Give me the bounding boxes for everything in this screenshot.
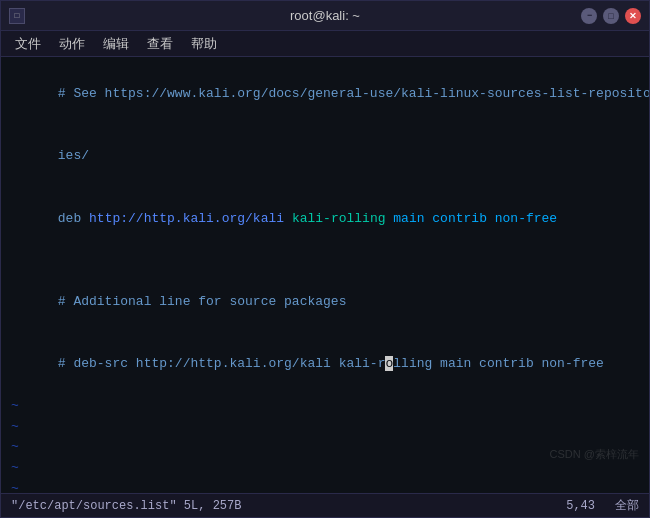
deb-contrib: main contrib non-free — [386, 211, 558, 226]
editor-area[interactable]: # See https://www.kali.org/docs/general-… — [1, 57, 649, 493]
code-line-2: ies/ — [11, 125, 639, 187]
minimize-button[interactable]: － — [581, 8, 597, 24]
tilde-4: ~ — [11, 458, 639, 479]
tilde-5: ~ — [11, 479, 639, 493]
tilde-2: ~ — [11, 417, 639, 438]
code-line-4 — [11, 250, 639, 271]
deb-space — [284, 211, 292, 226]
window-icon-label: □ — [15, 11, 20, 20]
code-line-1: # See https://www.kali.org/docs/general-… — [11, 63, 639, 125]
status-mode: 全部 — [615, 497, 639, 514]
menu-action[interactable]: 动作 — [51, 33, 93, 55]
menu-file[interactable]: 文件 — [7, 33, 49, 55]
watermark: CSDN @索梓流年 — [550, 445, 639, 463]
menu-help[interactable]: 帮助 — [183, 33, 225, 55]
window-title: root@kali: ~ — [290, 8, 360, 23]
status-bar: "/etc/apt/sources.list" 5L, 257B 5,43 全部 — [1, 493, 649, 517]
tilde-1: ~ — [11, 396, 639, 417]
watermark-text: CSDN @索梓流年 — [550, 448, 639, 460]
code-line-6: # deb-src http://http.kali.org/kali kali… — [11, 333, 639, 395]
line5-text: # Additional line for source packages — [58, 294, 347, 309]
code-line-5: # Additional line for source packages — [11, 271, 639, 333]
title-bar-left: □ — [9, 8, 25, 24]
maximize-button[interactable]: □ — [603, 8, 619, 24]
menu-view[interactable]: 查看 — [139, 33, 181, 55]
tilde-3: ~ — [11, 437, 639, 458]
status-right: 5,43 全部 — [566, 497, 639, 514]
status-file-info: "/etc/apt/sources.list" 5L, 257B — [11, 499, 241, 513]
deb-keyword: deb — [58, 211, 89, 226]
line6-part1: # deb-src http://http.kali.org/kali kali… — [58, 356, 386, 371]
line2-text: ies/ — [58, 148, 89, 163]
deb-rolling: kali-rolling — [292, 211, 386, 226]
window-icon: □ — [9, 8, 25, 24]
menu-bar: 文件 动作 编辑 查看 帮助 — [1, 31, 649, 57]
line1-text: # See https://www.kali.org/docs/general-… — [58, 86, 649, 101]
deb-url: http://http.kali.org/kali — [89, 211, 284, 226]
terminal-window: □ root@kali: ~ － □ ✕ 文件 动作 编辑 查看 帮助 # Se… — [0, 0, 650, 518]
menu-edit[interactable]: 编辑 — [95, 33, 137, 55]
title-bar: □ root@kali: ~ － □ ✕ — [1, 1, 649, 31]
status-position: 5,43 — [566, 499, 595, 513]
code-line-3: deb http://http.kali.org/kali kali-rolli… — [11, 188, 639, 250]
close-button[interactable]: ✕ — [625, 8, 641, 24]
line6-part2: lling main contrib non-free — [393, 356, 604, 371]
window-controls: － □ ✕ — [581, 8, 641, 24]
